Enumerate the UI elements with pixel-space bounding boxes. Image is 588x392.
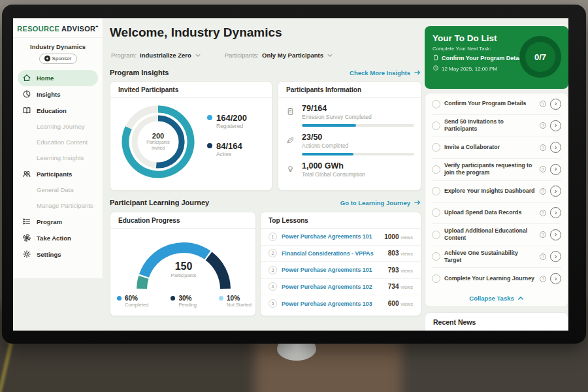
task-row[interactable]: Explore Your Insights Dashboard ? ›	[432, 181, 561, 203]
info-icon[interactable]: ?	[540, 253, 546, 260]
chevron-right-button[interactable]: ›	[550, 207, 561, 218]
sidebar-item-learning-journey[interactable]: Learning Journey	[13, 119, 103, 135]
lesson-title-link[interactable]: Power Purchase Agreements 102	[282, 284, 384, 290]
chevron-right-button[interactable]: ›	[550, 229, 561, 240]
task-row[interactable]: Complete Your Learning Journey ? ›	[432, 268, 561, 289]
sidebar-item-label: Take Action	[37, 235, 71, 242]
legend-value: 84/164	[216, 141, 242, 151]
lesson-title-link[interactable]: Power Purchase Agreements 101	[282, 267, 384, 273]
sidebar-item-program[interactable]: Program	[13, 214, 103, 230]
page-title: Welcome, Industry Dynamics	[110, 25, 282, 40]
sidebar-item-learning-insights[interactable]: Learning Insights	[13, 150, 103, 166]
sidebar-item-manage-participants[interactable]: Manage Participants	[13, 198, 103, 214]
filters-row: Program: Industrialize Zero Participants…	[111, 49, 333, 61]
lesson-title-link[interactable]: Power Purchase Agreements 103	[282, 301, 384, 307]
checkbox-icon[interactable]	[432, 143, 440, 152]
card-title: Education Progress	[110, 212, 255, 229]
task-row[interactable]: Confirm Your Program Details ? ›	[432, 93, 561, 115]
checkbox-icon[interactable]	[432, 165, 440, 174]
education-progress-card: Education Progress 150 Participants 60% …	[110, 212, 256, 316]
gauge-center-caption: Participants	[129, 272, 238, 278]
sidebar-item-label: General Data	[37, 186, 74, 193]
participants-filter-value: Only My Participants	[262, 52, 323, 59]
chevron-right-button[interactable]: ›	[550, 120, 561, 131]
sidebar-item-insights[interactable]: Insights	[13, 86, 103, 103]
lesson-title-link[interactable]: Financial Considerations - VPPAs	[282, 250, 384, 257]
chevron-right-button[interactable]: ›	[550, 142, 561, 153]
legend-dot	[207, 143, 212, 148]
info-icon[interactable]: ?	[540, 144, 546, 151]
donut-center-caption: Participants Invited	[140, 140, 176, 152]
learning-journey-header: Participant Learning Journey Go to Learn…	[110, 199, 421, 206]
task-row[interactable]: Upload Spend Data Records ? ›	[432, 203, 561, 224]
monitor-bezel: RESOURCE ADVISOR+ Industry Dynamics Spon…	[2, 5, 586, 344]
clipboard-icon	[433, 54, 439, 62]
lesson-rank: 4	[269, 282, 277, 291]
sponsor-badge[interactable]: Sponsor	[39, 54, 77, 64]
legend-dot	[117, 296, 122, 301]
sidebar-item-home[interactable]: Home	[18, 70, 98, 86]
lesson-views-label: views	[400, 284, 413, 290]
lesson-row[interactable]: 2 Financial Considerations - VPPAs 803 v…	[261, 246, 421, 263]
legend-value: 10%	[227, 295, 252, 302]
task-label: Achieve One Sustainability Target	[444, 250, 536, 265]
section-title: Program Insights	[110, 69, 169, 76]
lesson-title-link[interactable]: Power Purchase Agreements 101	[282, 233, 380, 240]
go-to-learning-journey-link[interactable]: Go to Learning Journey	[340, 199, 421, 206]
logo-plus: +	[95, 24, 98, 29]
legend-value: 164/200	[216, 113, 247, 123]
task-row[interactable]: Upload Additional Educational Content ? …	[432, 224, 561, 246]
lesson-views-label: views	[400, 268, 413, 274]
task-row[interactable]: Achieve One Sustainability Target ? ›	[432, 246, 561, 269]
chevron-right-button[interactable]: ›	[550, 99, 561, 110]
collapse-tasks-link[interactable]: Collapse Tasks	[432, 289, 561, 306]
task-row[interactable]: Invite a Collaborator ? ›	[432, 137, 561, 159]
chevron-right-button[interactable]: ›	[550, 164, 561, 175]
lesson-views-label: views	[400, 235, 413, 240]
lesson-rank: 1	[269, 233, 277, 241]
lesson-views: 803	[388, 250, 399, 257]
sidebar-item-education-content[interactable]: Education Content	[13, 135, 103, 150]
lesson-row[interactable]: 4 Power Purchase Agreements 102 734 view…	[261, 279, 421, 296]
checkbox-icon[interactable]	[432, 274, 440, 283]
info-icon[interactable]: ?	[540, 210, 546, 216]
chevron-right-button[interactable]: ›	[550, 186, 561, 197]
info-icon[interactable]: ?	[540, 231, 546, 238]
checkbox-icon[interactable]	[432, 231, 440, 239]
checkbox-icon[interactable]	[432, 100, 440, 108]
task-row[interactable]: Send 50 Invitations to Participants ? ›	[432, 115, 561, 137]
checkbox-icon[interactable]	[432, 208, 440, 217]
sidebar-item-general-data[interactable]: General Data	[13, 182, 103, 198]
info-icon[interactable]: ?	[540, 188, 546, 195]
program-insights-header: Program Insights Check More Insights	[110, 69, 421, 76]
info-icon[interactable]: ?	[540, 122, 546, 129]
info-icon[interactable]: ?	[540, 101, 546, 107]
program-filter[interactable]: Program: Industrialize Zero	[111, 49, 201, 61]
program-filter-value: Industrialize Zero	[140, 52, 191, 59]
participants-information-card: Participants Information 79/164 Emission…	[278, 81, 421, 191]
checkbox-icon[interactable]	[432, 252, 440, 261]
checkbox-icon[interactable]	[432, 122, 440, 130]
sidebar-item-label: Learning Insights	[37, 154, 84, 161]
participants-filter[interactable]: Participants: Only My Participants	[225, 49, 333, 61]
stat-label: Actions Completed	[302, 142, 412, 149]
sidebar-item-take-action[interactable]: Take Action	[13, 230, 103, 246]
info-icon[interactable]: ?	[540, 166, 546, 172]
sidebar-item-education[interactable]: Education	[13, 103, 103, 119]
sidebar-item-settings[interactable]: Settings	[13, 246, 103, 263]
info-icon[interactable]: ?	[540, 276, 546, 282]
sponsor-icon	[44, 56, 50, 61]
legend-item-completed: 60% Completed	[117, 295, 148, 308]
task-label: Send 50 Invitations to Participants	[444, 118, 536, 133]
checkbox-icon[interactable]	[432, 187, 440, 195]
check-more-insights-link[interactable]: Check More Insights	[350, 69, 421, 76]
lesson-row[interactable]: 1 Power Purchase Agreements 101 1000 vie…	[261, 229, 421, 246]
chevron-right-button[interactable]: ›	[550, 273, 561, 284]
task-label: Upload Spend Data Records	[444, 209, 536, 216]
donut-legend: 164/200 Registered 84/164 Active	[207, 113, 247, 157]
lesson-row[interactable]: 5 Power Purchase Agreements 103 600 view…	[261, 295, 421, 312]
task-row[interactable]: Verify participants requesting to join t…	[432, 159, 561, 181]
sidebar-item-participants[interactable]: Participants	[13, 166, 103, 182]
chevron-right-button[interactable]: ›	[550, 251, 561, 262]
lesson-row[interactable]: 3 Power Purchase Agreements 101 793 view…	[261, 262, 421, 279]
